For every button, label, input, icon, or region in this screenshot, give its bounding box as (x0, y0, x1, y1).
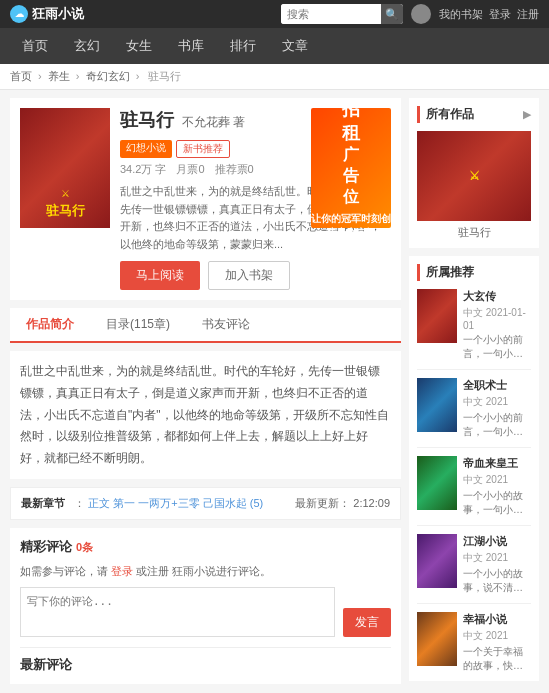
monthly-tickets: 月票0 (176, 162, 204, 177)
tag-new[interactable]: 新书推荐 (176, 140, 230, 158)
comment-list-header: 最新评论 (20, 647, 391, 674)
rec-meta-0: 中文 2021-01-01 (463, 306, 531, 331)
review-header: 精彩评论 0条 (20, 538, 391, 556)
main-layout: ⚔ 驻马行 驻马行 不允花葬 著 幻想小说 新书推荐 34.2万 字 月票0 推… (0, 90, 549, 693)
intro-section: 乱世之中乱世来，为的就是终结乱世。时代的车轮好，先传一世银镖镖镖，真真正日有太子… (10, 351, 401, 479)
ad-subtitle: 广告位 (343, 145, 359, 208)
header-right: 🔍 我的书架 登录 注册 (281, 4, 539, 24)
review-count: 0条 (76, 540, 93, 555)
review-input-area: 发言 (20, 587, 391, 637)
review-textarea[interactable] (20, 587, 335, 637)
rec-info-1: 全职术士 中文 2021 一个小小的前言，一句小小的话，却足以千万个话... (463, 378, 531, 439)
breadcrumb-yangsheng[interactable]: 养生 (48, 70, 70, 82)
recommendations-section: 所属推荐 大玄传 中文 2021-01-01 一个小小的前言，一句小小的话，却足… (409, 256, 539, 681)
breadcrumb-home[interactable]: 首页 (10, 70, 32, 82)
search-input[interactable] (281, 4, 381, 24)
rec-meta-1: 中文 2021 (463, 395, 531, 409)
rec-info-0: 大玄传 中文 2021-01-01 一个小小的前言，一句小小的话，却足以千万个话… (463, 289, 531, 361)
breadcrumb-current: 驻马行 (148, 70, 181, 82)
update-time: 2:12:09 (353, 497, 390, 509)
ad-description: 让你的冠军时刻创造步大广场 (311, 212, 391, 240)
rec-item-0: 大玄传 中文 2021-01-01 一个小小的前言，一句小小的话，却足以千万个话… (417, 289, 531, 370)
rec-desc-1: 一个小小的前言，一句小小的话，却足以千万个话... (463, 411, 531, 439)
rec-desc-2: 一个小小的故事，一句小小的话，传说中... (463, 489, 531, 517)
tab-reviews[interactable]: 书友评论 (186, 308, 266, 343)
submit-review-button[interactable]: 发言 (343, 608, 391, 637)
rec-meta-2: 中文 2021 (463, 473, 531, 487)
rec-desc-0: 一个小小的前言，一句小小的话，却足以千万个话... (463, 333, 531, 361)
rec-title-0[interactable]: 大玄传 (463, 289, 531, 304)
shelf-button[interactable]: 加入书架 (208, 261, 290, 290)
search-box: 🔍 (281, 4, 403, 24)
review-section: 精彩评论 0条 如需参与评论，请 登录 或注册 狂雨小说进行评论。 发言 最新评… (10, 528, 401, 684)
search-button[interactable]: 🔍 (381, 4, 403, 24)
book-cover: ⚔ 驻马行 (20, 108, 110, 228)
content-area: ⚔ 驻马行 驻马行 不允花葬 著 幻想小说 新书推荐 34.2万 字 月票0 推… (10, 98, 401, 692)
rec-cover-2 (417, 456, 457, 510)
tab-intro[interactable]: 作品简介 (10, 308, 90, 343)
latest-chapter: 最新章节 ： 正文 第一 一两万+三零 己国水起 (5) 最新更新： 2:12:… (10, 487, 401, 520)
book-author: 不允花葬 著 (182, 114, 245, 131)
rec-item-1: 全职术士 中文 2021 一个小小的前言，一句小小的话，却足以千万个话... (417, 378, 531, 448)
rec-title-4[interactable]: 幸福小说 (463, 612, 531, 627)
rec-desc-4: 一个关于幸福的故事，快乐的日子... (463, 645, 531, 673)
nav-article[interactable]: 文章 (270, 28, 320, 64)
book-info-section: ⚔ 驻马行 驻马行 不允花葬 著 幻想小说 新书推荐 34.2万 字 月票0 推… (10, 98, 401, 300)
book-actions: 马上阅读 加入书架 (120, 261, 391, 290)
current-book-name: 驻马行 (417, 225, 531, 240)
ad-banner[interactable]: 招租 广告位 让你的冠军时刻创造步大广场 (311, 108, 391, 228)
login-link[interactable]: 登录 (489, 7, 511, 22)
logo-icon: ☁ (10, 5, 28, 23)
latest-chapter-link[interactable]: 正文 第一 一两万+三零 己国水起 (5) (88, 497, 263, 509)
rec-title-2[interactable]: 帝血来皇王 (463, 456, 531, 471)
rec-desc-3: 一个小小的故事，说不清楚的过往... (463, 567, 531, 595)
current-works-title: 所有作品 ▶ (417, 106, 531, 123)
current-book-cover: ⚔ (417, 131, 531, 221)
read-button[interactable]: 马上阅读 (120, 261, 200, 290)
rec-item-3: 江湖小说 中文 2021 一个小小的故事，说不清楚的过往... (417, 534, 531, 604)
rec-title-1[interactable]: 全职术士 (463, 378, 531, 393)
logo-text: 狂雨小说 (32, 5, 84, 23)
rec-cover-4 (417, 612, 457, 666)
rec-item-2: 帝血来皇王 中文 2021 一个小小的故事，一句小小的话，传说中... (417, 456, 531, 526)
nav-library[interactable]: 书库 (166, 28, 216, 64)
tab-catalog[interactable]: 目录(115章) (90, 308, 186, 343)
nav-rank[interactable]: 排行 (218, 28, 268, 64)
rec-cover-3 (417, 534, 457, 588)
header-links: 我的书架 登录 注册 (439, 7, 539, 22)
nav-xuanhuan[interactable]: 玄幻 (62, 28, 112, 64)
recommendations-title: 所属推荐 (417, 264, 531, 281)
breadcrumb-category[interactable]: 奇幻玄幻 (86, 70, 130, 82)
update-label: 最新更新 (295, 497, 339, 509)
avatar (411, 4, 431, 24)
current-works-section: 所有作品 ▶ ⚔ 驻马行 (409, 98, 539, 248)
word-count: 34.2万 字 (120, 162, 166, 177)
nav-home[interactable]: 首页 (10, 28, 60, 64)
rec-meta-3: 中文 2021 (463, 551, 531, 565)
header: ☁ 狂雨小说 🔍 我的书架 登录 注册 (0, 0, 549, 28)
book-tabs: 作品简介 目录(115章) 书友评论 (10, 308, 401, 343)
nav-female[interactable]: 女生 (114, 28, 164, 64)
rec-info-2: 帝血来皇王 中文 2021 一个小小的故事，一句小小的话，传说中... (463, 456, 531, 517)
tag-genre[interactable]: 幻想小说 (120, 140, 172, 158)
rec-info-4: 幸福小说 中文 2021 一个关于幸福的故事，快乐的日子... (463, 612, 531, 673)
recommendation: 推荐票0 (215, 162, 254, 177)
register-link[interactable]: 注册 (517, 7, 539, 22)
intro-text: 乱世之中乱世来，为的就是终结乱世。时代的车轮好，先传一世银镖镖镖，真真正日有太子… (20, 361, 391, 469)
rec-cover-0 (417, 289, 457, 343)
review-label: 精彩评论 (20, 538, 72, 556)
rec-item-4: 幸福小说 中文 2021 一个关于幸福的故事，快乐的日子... (417, 612, 531, 673)
review-login-hint: 如需参与评论，请 登录 或注册 狂雨小说进行评论。 (20, 564, 391, 579)
rec-cover-1 (417, 378, 457, 432)
logo[interactable]: ☁ 狂雨小说 (10, 5, 84, 23)
more-link[interactable]: ▶ (523, 108, 531, 121)
sidebar: 所有作品 ▶ ⚔ 驻马行 所属推荐 大玄传 中文 2021-01-01 一个小小… (409, 98, 539, 692)
review-login-link[interactable]: 登录 (111, 565, 133, 577)
latest-label: 最新章节 (21, 497, 65, 509)
nav: 首页 玄幻 女生 书库 排行 文章 (0, 28, 549, 64)
breadcrumb: 首页 › 养生 › 奇幻玄幻 › 驻马行 (0, 64, 549, 90)
book-title: 驻马行 (120, 108, 174, 132)
ad-title: 招租 (342, 97, 360, 145)
rec-title-3[interactable]: 江湖小说 (463, 534, 531, 549)
my-shelf-link[interactable]: 我的书架 (439, 7, 483, 22)
